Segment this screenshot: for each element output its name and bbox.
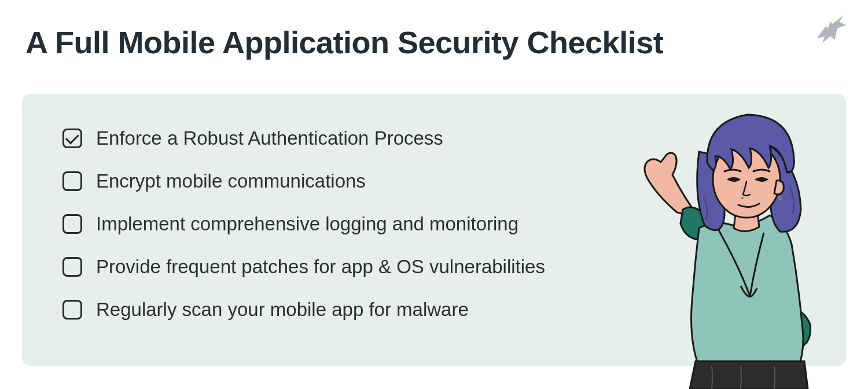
page-title: A Full Mobile Application Security Check… (25, 24, 663, 60)
checklist-item-label: Provide frequent patches for app & OS vu… (96, 256, 545, 278)
svg-point-2 (741, 197, 744, 199)
checkbox-icon[interactable] (62, 171, 82, 191)
checkbox-icon[interactable] (62, 214, 82, 234)
person-pointing-illustration (625, 94, 833, 389)
checklist-item-label: Implement comprehensive logging and moni… (96, 213, 518, 235)
checklist-item-label: Encrypt mobile communications (96, 170, 366, 192)
checkbox-icon[interactable] (62, 257, 82, 277)
svg-point-1 (778, 196, 782, 200)
checklist-item-label: Enforce a Robust Authentication Process (96, 127, 443, 149)
bird-logo-icon (806, 12, 851, 47)
checkbox-icon[interactable] (62, 300, 82, 320)
checklist-item-label: Regularly scan your mobile app for malwa… (96, 299, 469, 321)
checkbox-icon[interactable] (62, 129, 82, 148)
